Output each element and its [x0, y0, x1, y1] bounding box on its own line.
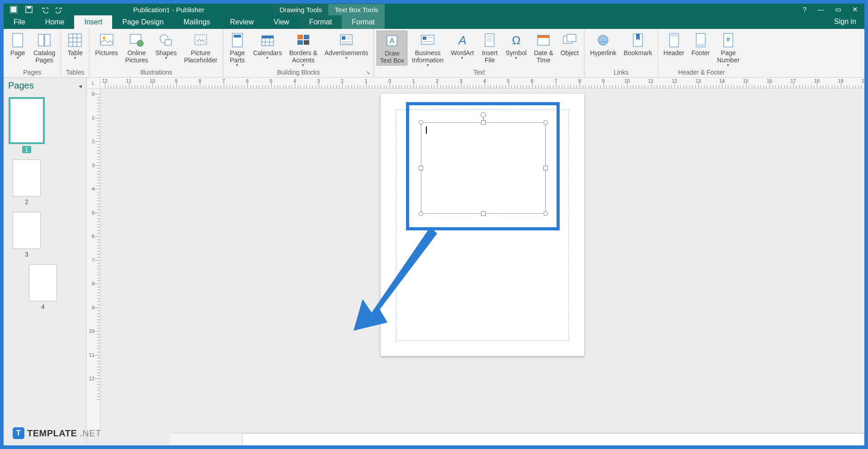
watermark: T TEMPLATE.NET: [13, 427, 101, 439]
page-number-button[interactable]: # Page Number ▾: [714, 31, 742, 68]
group-label-links: Links: [585, 69, 657, 77]
chevron-down-icon: ▾: [427, 63, 429, 67]
group-tables: Table ▾ Tables: [61, 29, 90, 77]
svg-rect-29: [304, 40, 309, 45]
footer-icon: [692, 32, 709, 49]
date-time-button[interactable]: Date & Time: [531, 31, 556, 65]
tab-insert[interactable]: Insert: [74, 15, 112, 29]
svg-rect-39: [423, 37, 426, 40]
resize-handle-nw[interactable]: [419, 120, 423, 125]
collapse-panel-icon[interactable]: ◂: [79, 82, 82, 89]
page-button[interactable]: Page ▾: [6, 31, 29, 61]
ads-icon: [338, 32, 355, 49]
help-button[interactable]: ?: [803, 5, 807, 14]
resize-handle-se[interactable]: [543, 211, 548, 216]
page-thumb-1[interactable]: 1: [8, 97, 45, 153]
text-cursor: [426, 126, 427, 134]
footer-button[interactable]: Footer: [689, 31, 712, 57]
tab-page-design[interactable]: Page Design: [112, 15, 174, 29]
symbol-icon: Ω: [508, 32, 525, 49]
resize-handle-w[interactable]: [419, 166, 423, 170]
close-button[interactable]: ✕: [852, 5, 858, 14]
page-parts-button[interactable]: Page Parts ▾: [226, 31, 249, 68]
svg-rect-7: [69, 34, 81, 47]
maximize-button[interactable]: ▭: [835, 5, 841, 14]
tab-format-textbox[interactable]: Format: [342, 15, 385, 29]
publication-page[interactable]: [381, 94, 584, 356]
canvas-area[interactable]: L 12111098765432101234567891011121314151…: [87, 78, 864, 445]
svg-text:A: A: [458, 33, 466, 47]
svg-rect-57: [696, 44, 705, 47]
hyperlink-button[interactable]: Hyperlink: [587, 31, 619, 57]
redo-icon[interactable]: [55, 5, 64, 14]
online-pictures-icon: [128, 32, 145, 49]
svg-rect-20: [234, 35, 241, 37]
borders-icon: [295, 32, 312, 49]
wordart-icon: A: [454, 32, 471, 49]
svg-rect-49: [538, 35, 549, 38]
chevron-down-icon: ▾: [461, 56, 463, 60]
text-box[interactable]: [421, 122, 546, 214]
pictures-button[interactable]: Pictures: [92, 31, 121, 57]
calendars-button[interactable]: Calendars ▾: [250, 31, 285, 61]
pages-panel-title: Pages: [8, 80, 34, 91]
svg-rect-1: [11, 7, 16, 12]
chevron-down-icon: ▾: [74, 56, 76, 60]
borders-accents-button[interactable]: Borders & Accents ▾: [287, 31, 320, 68]
tab-mailings[interactable]: Mailings: [174, 15, 220, 29]
svg-rect-43: [485, 34, 494, 47]
resize-handle-n[interactable]: [481, 120, 486, 125]
resize-handle-ne[interactable]: [543, 120, 548, 125]
shapes-button[interactable]: Shapes ▾: [152, 31, 179, 61]
placeholder-icon: [192, 32, 209, 49]
resize-handle-s[interactable]: [481, 211, 486, 216]
group-label-pages: Pages: [4, 69, 61, 77]
table-button[interactable]: Table ▾: [64, 31, 86, 61]
resize-handle-sw[interactable]: [419, 211, 423, 216]
picture-placeholder-button[interactable]: Picture Placeholder: [181, 31, 220, 65]
tab-review[interactable]: Review: [220, 15, 264, 29]
ruler-corner: L: [87, 78, 100, 89]
tab-format-drawing[interactable]: Format: [299, 15, 342, 29]
group-pages: Page ▾ Catalog Pages Pages: [4, 29, 61, 77]
undo-icon[interactable]: [40, 5, 49, 14]
tab-home[interactable]: Home: [35, 15, 75, 29]
rotate-handle[interactable]: [481, 112, 486, 117]
svg-text:A: A: [390, 37, 395, 45]
page-thumb-3[interactable]: 3: [8, 212, 45, 258]
bookmark-button[interactable]: Bookmark: [621, 31, 655, 57]
wordart-button[interactable]: A WordArt ▾: [448, 31, 476, 61]
document-title: Publication1 - Publisher: [64, 6, 273, 14]
draw-text-box-button[interactable]: A Draw Text Box: [377, 31, 407, 65]
online-pictures-button[interactable]: Online Pictures: [123, 31, 151, 65]
calendars-icon: [259, 32, 276, 49]
minimize-button[interactable]: —: [817, 5, 824, 14]
tab-view[interactable]: View: [264, 15, 299, 29]
page-thumb-2[interactable]: 2: [8, 159, 45, 206]
group-building-blocks: Page Parts ▾ Calendars ▾ Borders & Accen…: [223, 29, 374, 77]
quick-access-toolbar: [4, 5, 64, 14]
save-icon[interactable]: [24, 5, 33, 14]
tab-file[interactable]: File: [4, 15, 35, 29]
advertisements-button[interactable]: Advertisements ▾: [322, 31, 371, 61]
page-thumb-4[interactable]: 4: [24, 264, 61, 310]
menu-bar: File Home Insert Page Design Mailings Re…: [4, 15, 864, 29]
object-button[interactable]: Object: [558, 31, 581, 57]
catalog-pages-button[interactable]: Catalog Pages: [31, 31, 58, 65]
business-info-button[interactable]: Business Information ▾: [409, 31, 446, 68]
pictures-icon: [98, 32, 115, 49]
status-bar: [170, 433, 864, 445]
chevron-down-icon: ▾: [165, 56, 167, 60]
sign-in-link[interactable]: Sign in: [826, 15, 864, 29]
header-icon: [665, 32, 683, 49]
svg-rect-28: [297, 40, 303, 45]
dialog-launcher-bb[interactable]: ↘: [366, 70, 372, 76]
chevron-down-icon: ▾: [727, 63, 729, 67]
catalog-icon: [36, 32, 53, 49]
header-button[interactable]: Header: [661, 31, 687, 57]
group-illustrations: Pictures Online Pictures Shapes ▾ Pictur…: [90, 29, 223, 77]
symbol-button[interactable]: Ω Symbol ▾: [503, 31, 529, 61]
svg-point-13: [103, 37, 105, 39]
insert-file-button[interactable]: Insert File: [478, 31, 501, 65]
resize-handle-e[interactable]: [543, 166, 548, 170]
